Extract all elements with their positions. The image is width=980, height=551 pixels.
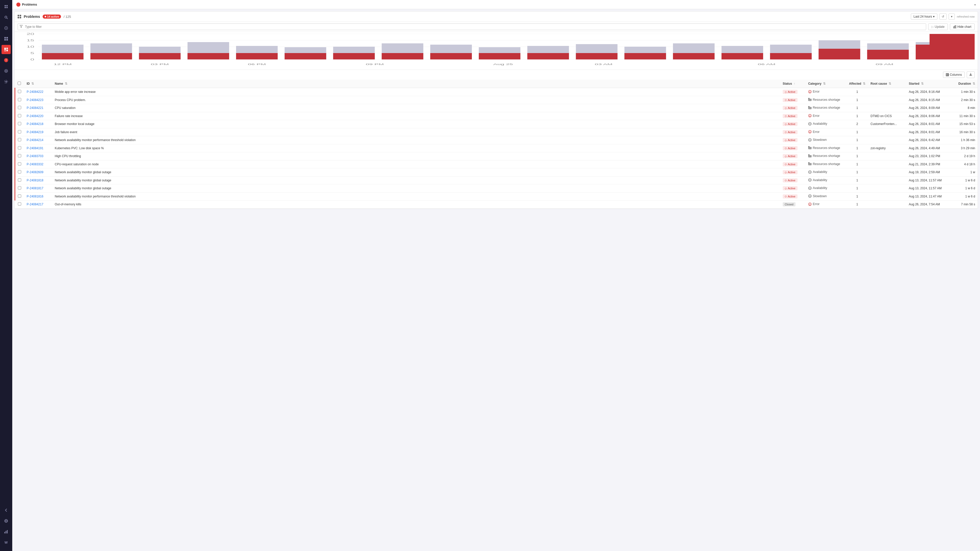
refresh-button[interactable]: ↺ [939, 14, 947, 20]
row-checkbox[interactable] [18, 138, 21, 141]
row-checkbox[interactable] [18, 154, 21, 157]
problems-table: ID ⇅ Name ⇅ Status ↑ Category ⇅ Affected [14, 79, 978, 209]
col-header-name[interactable]: Name ⇅ [52, 79, 780, 88]
chart-bar-active [625, 53, 666, 59]
row-checkbox[interactable] [18, 114, 21, 118]
col-header-started[interactable]: Started ⇅ [906, 79, 952, 88]
row-checkbox[interactable] [18, 170, 21, 173]
problem-affected-cell: 1 [846, 160, 868, 168]
col-header-category[interactable]: Category ⇅ [806, 79, 846, 88]
sidebar-icon-chart[interactable] [2, 527, 11, 536]
sidebar-icon-home[interactable] [2, 2, 11, 11]
svg-text:20: 20 [27, 33, 34, 35]
sidebar-icon-problems[interactable]: ! [2, 56, 11, 65]
sidebar-icon-settings[interactable] [2, 77, 11, 86]
row-checkbox[interactable] [18, 130, 21, 133]
started-text: Aug 26, 2024, 8:16 AM [909, 90, 940, 94]
col-header-rootcause[interactable]: Root cause ⇅ [868, 79, 906, 88]
sidebar-icon-w[interactable]: W [2, 538, 11, 547]
chart-bar-active [819, 49, 860, 59]
svg-text:!: ! [6, 59, 6, 62]
affected-count: 1 [856, 203, 858, 206]
problem-started-cell: Aug 26, 2024, 8:06 AM [906, 112, 952, 120]
sidebar-icon-grid[interactable] [2, 34, 11, 43]
sidebar-icon-search[interactable] [2, 13, 11, 22]
columns-button[interactable]: Columns [943, 72, 965, 78]
table-row: P-24081816 Network availability monitor … [15, 192, 978, 200]
table-row: P-24084218 Browser monitor local outage … [15, 120, 978, 128]
problem-name: Process CPU problem. [55, 98, 86, 102]
problem-id-link[interactable]: P-24084219 [27, 130, 43, 134]
row-checkbox[interactable] [18, 162, 21, 165]
problem-id-link[interactable]: P-24084221 [27, 106, 43, 110]
category-text: Resources shortage [813, 154, 840, 158]
row-checkbox[interactable] [18, 90, 21, 93]
download-button[interactable] [967, 71, 975, 78]
problem-id-link[interactable]: P-24084218 [27, 122, 43, 126]
row-checkbox[interactable] [18, 186, 21, 189]
problem-id-link[interactable]: P-24082609 [27, 170, 43, 174]
category-label: Availability [808, 178, 827, 182]
category-label: Resources shortage [808, 106, 840, 110]
problem-id-link[interactable]: P-24083332 [27, 162, 43, 166]
row-checkbox[interactable] [18, 194, 21, 198]
problem-duration-cell: 16 min 30 s [952, 128, 978, 136]
columns-label: Columns [950, 73, 962, 76]
row-checkbox[interactable] [18, 106, 21, 109]
problem-started-cell: Aug 13, 2024, 11:57 AM [906, 184, 952, 192]
problem-id-link[interactable]: P-24084217 [27, 203, 43, 206]
hide-chart-button[interactable]: Hide chart [950, 24, 975, 30]
chart-bar-active [673, 53, 714, 59]
svg-rect-8 [4, 37, 6, 38]
sidebar-icon-globe[interactable] [2, 516, 11, 526]
started-text: Aug 26, 2024, 6:42 AM [909, 138, 940, 142]
started-text: Aug 13, 2024, 11:57 AM [909, 186, 942, 190]
started-text: Aug 26, 2024, 4:49 AM [909, 146, 940, 150]
col-header-duration[interactable]: Duration ⇅ [952, 79, 978, 88]
category-text: Error [813, 130, 820, 134]
problem-id-link[interactable]: P-24083703 [27, 154, 43, 158]
col-header-status[interactable]: Status ↑ [780, 79, 806, 88]
problem-id-link[interactable]: P-24081818 [27, 179, 43, 182]
category-label: Slowdown [808, 138, 827, 141]
row-checkbox[interactable] [18, 202, 21, 206]
row-checkbox[interactable] [18, 122, 21, 125]
sidebar-icon-smiley[interactable] [2, 66, 11, 76]
problem-id-link[interactable]: P-24084222 [27, 90, 43, 94]
row-checkbox[interactable] [18, 146, 21, 149]
problem-id-link[interactable]: P-24084220 [27, 114, 43, 118]
problem-id-link[interactable]: P-24084191 [27, 146, 43, 150]
col-header-id[interactable]: ID ⇅ [24, 79, 52, 88]
row-checkbox[interactable] [18, 178, 21, 182]
row-checkbox[interactable] [18, 98, 21, 101]
sidebar-icon-entity[interactable] [2, 24, 11, 33]
svg-marker-31 [20, 25, 22, 28]
time-filter-button[interactable]: Last 24 hours ▾ [911, 14, 938, 20]
problem-category-cell: Availability [806, 184, 846, 192]
page-content: Problems 14 active / 125 Last 24 hours ▾… [12, 9, 980, 551]
sidebar-icon-collapse[interactable] [2, 506, 11, 515]
problem-id-link[interactable]: P-24084223 [27, 98, 43, 102]
play-icon: ▷ [932, 25, 934, 29]
status-badge: Active [783, 178, 797, 183]
filter-input[interactable] [18, 24, 926, 30]
problem-status-cell: Active [780, 88, 806, 96]
more-options-button[interactable]: ▾ [948, 14, 955, 20]
status-badge: Active [783, 146, 797, 150]
update-button[interactable]: ▷ Update [928, 24, 948, 30]
category-text: Error [813, 90, 820, 94]
problem-id-link[interactable]: P-24084214 [27, 138, 43, 142]
select-all-checkbox[interactable] [18, 82, 21, 85]
problem-id-link[interactable]: P-24081817 [27, 186, 43, 190]
affected-count: 1 [856, 162, 858, 166]
problem-affected-cell: 1 [846, 104, 868, 112]
col-header-affected[interactable]: Affected ⇅ [846, 79, 868, 88]
problem-started-cell: Aug 26, 2024, 8:01 AM [906, 120, 952, 128]
started-text: Aug 26, 2024, 7:54 AM [909, 203, 940, 206]
header-right: ● [974, 3, 976, 6]
problem-id-link[interactable]: P-24081816 [27, 195, 43, 198]
table-toolbar: Columns [14, 70, 978, 79]
problem-id-cell: P-24081818 [24, 176, 52, 184]
problem-name: Network availability monitor global outa… [55, 186, 111, 190]
sidebar-icon-dashboard[interactable] [2, 45, 11, 54]
